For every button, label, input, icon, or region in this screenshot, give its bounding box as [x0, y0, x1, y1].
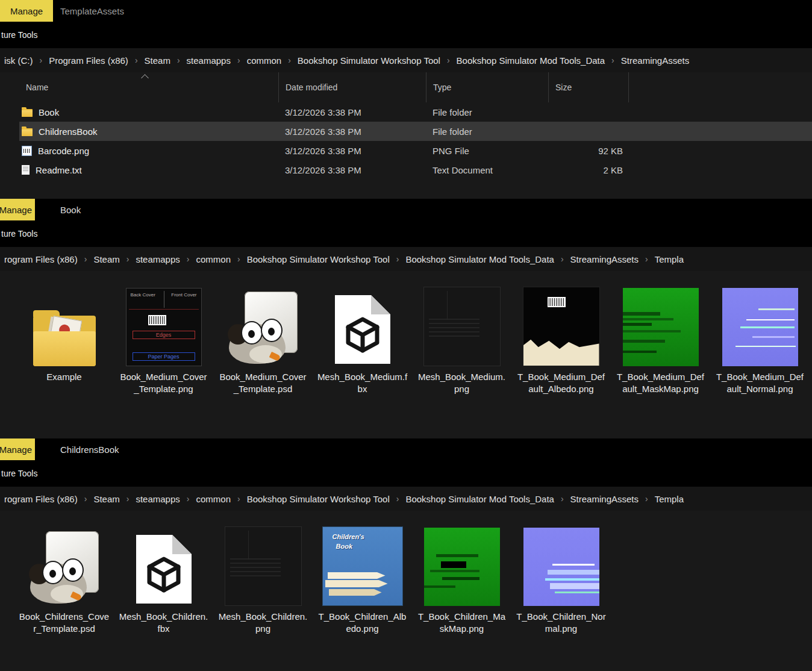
column-header-date-modified[interactable]: Date modified [278, 72, 426, 102]
breadcrumb-item[interactable]: Steam [142, 55, 173, 66]
file-item[interactable]: T_Book_Medium_Default_Albedo.png [511, 282, 611, 396]
manage-ribbon-tab[interactable]: Manage [0, 438, 35, 460]
ribbon-strip: ture Tools [0, 220, 812, 247]
chevron-right-icon: › [123, 494, 133, 504]
breadcrumb-item[interactable]: steamapps [184, 55, 234, 66]
table-row-selected[interactable]: ChildrensBook 3/12/2026 3:38 PM File fol… [19, 122, 812, 141]
table-row[interactable]: Barcode.png 3/12/2026 3:38 PM PNG File 9… [19, 141, 812, 160]
column-header-name[interactable]: Name [19, 72, 278, 102]
manage-tab-label: Manage [0, 445, 32, 455]
file-name-label: Book_Medium_Cover_Template.psd [218, 371, 308, 396]
picture-tools-tab[interactable]: ture Tools [1, 469, 37, 478]
breadcrumb: isk (C:)› Program Files (x86)› Steam› st… [0, 48, 812, 72]
picture-tools-tab[interactable]: ture Tools [1, 229, 37, 239]
normal-map-thumbnail [722, 288, 798, 366]
ribbon-strip: ture Tools [0, 22, 812, 48]
breadcrumb-item[interactable]: Steam [90, 494, 122, 504]
table-row[interactable]: Book 3/12/2026 3:38 PM File folder [19, 102, 812, 122]
file-item[interactable]: Mesh_Book_Children.png [213, 522, 313, 635]
explorer-window-book: Manage Book ture Tools rogram Files (x86… [0, 199, 812, 438]
file-type: PNG File [426, 146, 548, 156]
table-row[interactable]: Readme.txt 3/12/2026 3:38 PM Text Docume… [19, 160, 812, 179]
page-shape [325, 580, 388, 587]
column-header-size[interactable]: Size [548, 72, 629, 102]
picture-tools-tab[interactable]: ture Tools [1, 30, 37, 40]
cover-template-thumbnail: Back Cover Front Cover Edges Paper Pages [126, 288, 202, 366]
breadcrumb-item[interactable]: common [193, 254, 234, 264]
cover-title-line2: Book [336, 543, 353, 550]
file-item[interactable]: T_Book_Children_MaskMap.png [412, 522, 511, 635]
file-type: File folder [426, 107, 548, 117]
file-size: 2 KB [548, 165, 629, 175]
maskmap-texture-thumbnail [424, 528, 500, 606]
breadcrumb-item[interactable]: Bookshop Simulator Workshop Tool [295, 55, 443, 66]
breadcrumb-item[interactable]: Bookshop Simulator Mod Tools_Data [454, 55, 608, 66]
file-item[interactable]: Example [14, 282, 114, 383]
breadcrumb-item[interactable]: steamapps [133, 494, 183, 504]
manage-ribbon-tab[interactable]: Manage [0, 0, 53, 22]
breadcrumb-item[interactable]: Bookshop Simulator Mod Tools_Data [402, 494, 557, 504]
window-title: TemplateAssets [60, 0, 124, 22]
file-date: 3/12/2026 3:38 PM [278, 107, 426, 117]
breadcrumb-item[interactable]: Bookshop Simulator Workshop Tool [244, 494, 393, 504]
paper-pages-guide: Paper Pages [133, 352, 195, 361]
file-grid: Example Back Cover Front Cover Edges Pap… [0, 271, 812, 438]
breadcrumb-item[interactable]: StreamingAssets [567, 494, 642, 504]
file-item[interactable]: Mesh_Book_Medium.fbx [313, 282, 412, 396]
title-bar: Manage TemplateAssets [0, 0, 812, 22]
file-item[interactable]: Mesh_Book_Children.fbx [114, 522, 213, 635]
text-file-icon [22, 165, 30, 175]
window-title: Book [60, 199, 81, 220]
file-item[interactable]: Children's Book T_Book_Children_Albedo.p… [313, 522, 412, 635]
spine-guide [164, 291, 164, 308]
manage-tab-label: Manage [10, 6, 43, 16]
cover-title-line1: Children's [333, 533, 364, 540]
file-item[interactable]: T_Book_Medium_Default_MaskMap.png [611, 282, 710, 396]
barcode-graphic [148, 315, 166, 325]
file-item[interactable]: Back Cover Front Cover Edges Paper Pages… [114, 282, 213, 396]
breadcrumb-item[interactable]: isk (C:) [1, 55, 36, 66]
file-name-label: T_Book_Children_Normal.png [516, 611, 607, 635]
file-size: 92 KB [548, 146, 629, 156]
file-item[interactable]: Book_Childrens_Cover_Template.psd [14, 522, 114, 635]
file-item[interactable]: Book_Medium_Cover_Template.psd [213, 282, 313, 396]
chevron-right-icon: › [183, 494, 193, 504]
breadcrumb-item[interactable]: Templa [652, 494, 687, 504]
explorer-window-templateassets: Manage TemplateAssets ture Tools isk (C:… [0, 0, 812, 199]
chevron-right-icon: › [234, 494, 244, 504]
breadcrumb-item[interactable]: Program Files (x86) [46, 55, 131, 66]
breadcrumb-item[interactable]: StreamingAssets [567, 254, 642, 264]
file-item[interactable]: Mesh_Book_Medium.png [412, 282, 511, 396]
breadcrumb-item[interactable]: Templa [652, 254, 687, 264]
breadcrumb-item[interactable]: steamapps [133, 254, 183, 264]
chevron-right-icon: › [557, 494, 567, 504]
file-name: Book [39, 107, 59, 117]
breadcrumb-item[interactable]: Steam [90, 254, 122, 264]
mesh-preview-thumbnail [225, 526, 302, 606]
column-headers: Name Date modified Type Size [19, 72, 812, 102]
chevron-right-icon: › [234, 254, 244, 264]
edges-guide: Edges [133, 331, 195, 339]
breadcrumb-item[interactable]: common [193, 494, 234, 504]
chevron-right-icon: › [36, 55, 46, 65]
breadcrumb-item[interactable]: common [244, 55, 285, 66]
file-item[interactable]: T_Book_Children_Normal.png [511, 522, 611, 635]
file-item[interactable]: T_Book_Medium_Default_Normal.png [710, 282, 810, 396]
manage-ribbon-tab[interactable]: Manage [0, 199, 35, 220]
breadcrumb: rogram Files (x86)› Steam› steamapps› co… [0, 247, 812, 271]
file-name-label: T_Book_Medium_Default_Albedo.png [516, 371, 607, 396]
breadcrumb-item[interactable]: StreamingAssets [618, 55, 692, 66]
front-cover-label: Front Cover [171, 292, 196, 298]
file-name-label: T_Book_Children_MaskMap.png [417, 611, 507, 635]
file-grid: Book_Childrens_Cover_Template.psd Mesh_B… [0, 511, 812, 671]
column-header-type[interactable]: Type [426, 72, 548, 102]
breadcrumb-item[interactable]: Bookshop Simulator Workshop Tool [244, 254, 393, 264]
chevron-right-icon: › [443, 55, 454, 65]
file-name-label: Mesh_Book_Children.fbx [119, 611, 209, 635]
gimp-psd-icon [228, 292, 299, 366]
breadcrumb-item[interactable]: rogram Files (x86) [1, 494, 81, 504]
breadcrumb-item[interactable]: Bookshop Simulator Mod Tools_Data [402, 254, 557, 264]
mesh-fbx-icon [331, 293, 394, 366]
paper-shape [523, 337, 599, 366]
breadcrumb-item[interactable]: rogram Files (x86) [1, 254, 81, 264]
